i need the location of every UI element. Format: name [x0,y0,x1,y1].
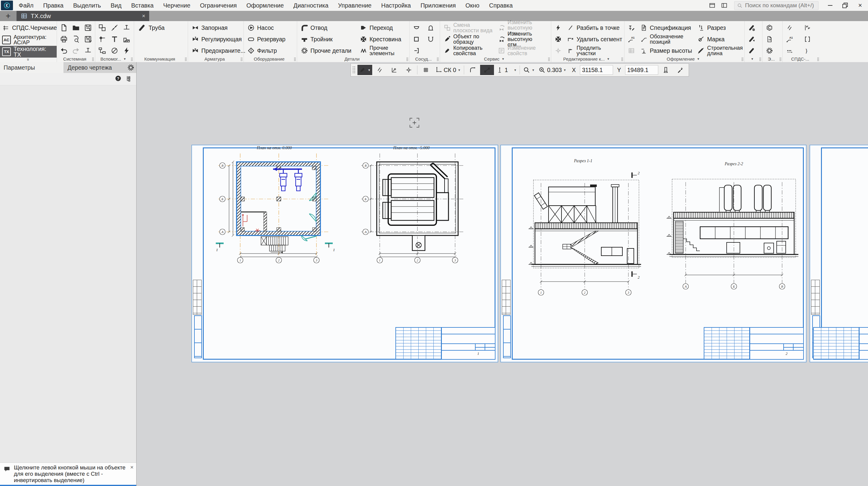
vessel-square-button[interactable] [410,33,423,45]
group-grip[interactable] [779,57,781,61]
parallel-lines-button[interactable] [373,65,387,75]
delete-segment-button[interactable]: Удалить сегмент [564,33,625,45]
hex-c-button[interactable] [764,22,775,33]
save-button[interactable] [82,22,94,33]
text-edit-button[interactable] [625,33,638,45]
sheet-1[interactable]: План на отм. 0.000 [191,145,498,362]
spds-brace-button[interactable] [801,45,813,56]
caption-dropdown-icon[interactable]: ▼ [607,57,610,61]
change-props-button[interactable]: Изменение свойств [495,45,550,56]
title-block[interactable] [813,327,868,360]
coordinate-system-select[interactable]: СК 0▼ [433,65,462,75]
group-grip[interactable] [548,57,550,61]
tee-button[interactable]: Тройник [298,33,357,45]
text-style-button[interactable] [625,22,638,33]
pipe-add-button[interactable] [746,22,758,33]
group-grip[interactable] [131,57,133,61]
tab-drawing-tree[interactable]: Дерево чертежа [64,62,125,73]
help-icon[interactable] [115,75,122,83]
grid-toggle-button[interactable] [419,65,433,75]
drawing-section-1[interactable]: 2 2 1 2 3 [526,163,647,302]
tab-close-icon[interactable]: × [142,13,145,19]
zoom-tool-button[interactable]: ▼ [521,65,536,75]
close-button[interactable]: × [854,1,867,10]
height-dim-button[interactable]: Размер высоты [638,45,695,56]
drawing-plan-0[interactable]: 1 1 В Б А 1 2 3 [211,150,338,265]
specification-button[interactable]: Спецификация [638,22,695,33]
spds-bracket-button[interactable] [801,33,813,45]
menu-file[interactable]: Файл [14,0,38,11]
edit-snap-button[interactable] [552,33,564,45]
gear-settings-button[interactable] [764,45,775,56]
menu-annotation[interactable]: Оформление [241,0,288,11]
section-button[interactable]: Разрез [695,22,745,33]
transition-button[interactable]: Переход [357,22,408,33]
spds-ff-button[interactable] [801,22,813,33]
title-block[interactable]: 2 [704,327,804,360]
caption-dropdown-icon[interactable]: ▼ [697,57,700,61]
caption-dropdown-icon[interactable]: ▼ [751,57,754,61]
y-coordinate-field[interactable]: 19489.1 [625,65,658,75]
vessel-dome-button[interactable] [425,22,437,33]
hatch-button[interactable] [121,33,133,45]
tab-parameters[interactable]: Параметры [0,62,64,73]
tank-button[interactable]: Резервуар [245,33,296,45]
scheme-button[interactable] [96,45,108,56]
elbow-button[interactable]: Отвод [298,22,357,33]
command-search[interactable] [734,1,818,10]
text-button[interactable] [108,33,121,45]
cross-button[interactable]: Крестовина [357,33,408,45]
snap-point-button[interactable] [402,65,415,75]
spds-leader-button[interactable] [784,33,796,45]
menu-view[interactable]: Вид [106,0,126,11]
drawing-canvas[interactable]: ▼ СК 0▼ 1▼ ▼ 0.303▼ X 31158.1 Y 19489.1 … [136,62,868,486]
line-scale-select[interactable]: 1▼ [495,65,518,75]
menu-insert[interactable]: Вставка [126,0,158,11]
caption-dropdown-icon[interactable]: ▼ [501,57,504,61]
other-elements-button[interactable]: Прочие элементы [357,45,408,56]
group-grip[interactable] [437,57,439,61]
new-document-button[interactable] [58,22,70,33]
group-grip[interactable] [817,57,819,61]
snap-main-button[interactable]: ▼ [358,65,372,75]
aux-line-button[interactable] [108,22,121,33]
menu-help[interactable]: Справка [484,0,518,11]
mark-button[interactable]: Марка [695,33,745,45]
table-button[interactable] [625,45,638,56]
title-block[interactable]: 1 [396,327,495,360]
restore-button[interactable] [838,1,852,10]
shutoff-valve-button[interactable]: Запорная [189,22,248,33]
preview-button[interactable] [70,33,82,45]
doc-arrow-button[interactable] [764,33,775,45]
sheet-3[interactable] [809,145,868,362]
open-button[interactable] [70,22,82,33]
system-extra-button[interactable] [82,45,94,56]
vessel-open-button[interactable] [425,33,437,45]
filter-button[interactable]: Фильтр [245,45,296,56]
safety-valve-button[interactable]: Предохраните... [189,45,248,56]
menu-window[interactable]: Окно [461,0,484,11]
group-grip[interactable] [294,57,296,61]
tree-view-icon[interactable] [125,75,133,83]
break-at-point-button[interactable]: Разбить в точке [564,22,625,33]
column-tool-button[interactable] [659,65,673,75]
layout-split-icon[interactable] [719,1,730,10]
menu-applications[interactable]: Приложения [415,0,461,11]
pipe-edit-button[interactable] [746,45,758,56]
bolt-button[interactable] [121,45,133,56]
axis-table-button[interactable] [96,33,108,45]
vessel-bowl-button[interactable] [410,22,423,33]
group-grip[interactable] [621,57,623,61]
object-by-sample-button[interactable]: Объект по образцу [441,33,495,45]
menu-constraints[interactable]: Ограничения [195,0,242,11]
caption-dropdown-icon[interactable]: ▼ [123,57,126,61]
menu-settings[interactable]: Настройка [376,0,415,11]
sheet-2[interactable]: Разрез 1-1 [500,145,807,362]
circle-cut-button[interactable] [108,45,121,56]
snap-node-button[interactable] [387,65,401,75]
mode-technology[interactable]: TXТехнология: ТХ [0,46,57,58]
other-details-button[interactable]: Прочие детали [298,45,357,56]
group-grip[interactable] [185,57,187,61]
edit-bolt-button[interactable] [552,22,564,33]
app-logo-icon[interactable] [1,1,13,10]
